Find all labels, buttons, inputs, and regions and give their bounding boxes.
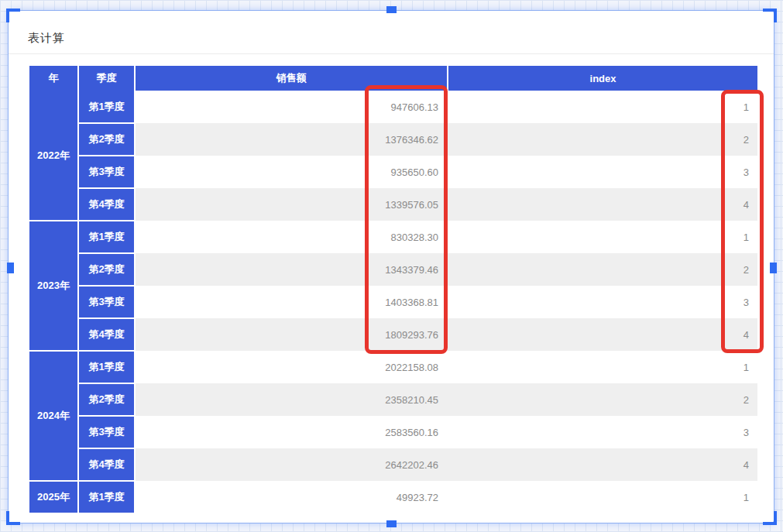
quarter-cell[interactable]: 第4季度 [78, 448, 135, 481]
quarter-cell[interactable]: 第3季度 [78, 156, 135, 188]
index-value-cell: 4 [448, 448, 757, 481]
widget-title: 表计算 [28, 31, 65, 46]
quarter-cell[interactable]: 第4季度 [78, 188, 135, 221]
sales-value-cell: 935650.60 [135, 156, 448, 188]
dashboard-canvas: 表计算 年 季度 销售额 index 2022年第1季度947606.131第2… [0, 0, 783, 532]
sales-value-cell: 830328.30 [135, 221, 448, 253]
index-value-cell: 3 [448, 156, 757, 188]
table-header-row: 年 季度 销售额 index [29, 66, 757, 91]
table-widget-card[interactable]: 表计算 年 季度 销售额 index 2022年第1季度947606.131第2… [8, 10, 774, 523]
table-row: 第4季度1339576.054 [29, 188, 757, 221]
quarter-cell[interactable]: 第4季度 [78, 318, 135, 351]
index-value-cell: 4 [448, 188, 757, 221]
index-value-cell: 2 [448, 123, 757, 156]
year-cell[interactable]: 2024年 [29, 351, 78, 481]
index-value-cell: 3 [448, 416, 757, 448]
sales-value-cell: 1809293.76 [135, 318, 448, 351]
header-year[interactable]: 年 [29, 66, 78, 91]
sales-value-cell: 49923.72 [135, 481, 448, 513]
index-value-cell: 1 [448, 351, 757, 383]
quarter-cell[interactable]: 第3季度 [78, 416, 135, 448]
table-row: 第4季度1809293.764 [29, 318, 757, 351]
table-row: 2024年第1季度2022158.081 [29, 351, 757, 383]
year-cell[interactable]: 2025年 [29, 481, 78, 513]
quarter-cell[interactable]: 第2季度 [78, 253, 135, 286]
table-row: 第2季度2358210.452 [29, 383, 757, 416]
table-row: 第4季度2642202.464 [29, 448, 757, 481]
sales-value-cell: 2583560.16 [135, 416, 448, 448]
header-sales[interactable]: 销售额 [135, 66, 448, 91]
resize-handle-bottom[interactable] [386, 520, 397, 527]
sales-value-cell: 2642202.46 [135, 448, 448, 481]
title-divider [9, 53, 774, 54]
table-row: 2022年第1季度947606.131 [29, 91, 757, 123]
index-value-cell: 3 [448, 286, 757, 318]
index-value-cell: 1 [448, 91, 757, 123]
table-row: 第3季度1403368.813 [29, 286, 757, 318]
resize-handle-left[interactable] [7, 263, 14, 273]
quarter-cell[interactable]: 第3季度 [78, 286, 135, 318]
table-row: 第3季度935650.603 [29, 156, 757, 188]
index-value-cell: 4 [448, 318, 757, 351]
year-cell[interactable]: 2023年 [29, 221, 78, 351]
table-row: 第2季度1343379.462 [29, 253, 757, 286]
quarter-cell[interactable]: 第1季度 [78, 481, 135, 513]
quarter-cell[interactable]: 第2季度 [78, 383, 135, 416]
sales-value-cell: 947606.13 [135, 91, 448, 123]
sales-value-cell: 2358210.45 [135, 383, 448, 416]
table-row: 2025年第1季度49923.721 [29, 481, 757, 513]
table-body: 2022年第1季度947606.131第2季度1376346.622第3季度93… [29, 91, 757, 513]
quarter-cell[interactable]: 第1季度 [78, 91, 135, 123]
quarter-cell[interactable]: 第1季度 [78, 221, 135, 253]
resize-handle-top[interactable] [386, 6, 397, 13]
index-value-cell: 2 [448, 383, 757, 416]
header-index[interactable]: index [448, 66, 757, 91]
table-row: 2023年第1季度830328.301 [29, 221, 757, 253]
sales-value-cell: 1376346.62 [135, 123, 448, 156]
quarter-cell[interactable]: 第2季度 [78, 123, 135, 156]
header-quarter[interactable]: 季度 [78, 66, 135, 91]
sales-value-cell: 1339576.05 [135, 188, 448, 221]
table-row: 第3季度2583560.163 [29, 416, 757, 448]
calculation-table: 年 季度 销售额 index 2022年第1季度947606.131第2季度13… [29, 66, 757, 514]
resize-handle-right[interactable] [770, 263, 777, 273]
sales-value-cell: 2022158.08 [135, 351, 448, 383]
index-value-cell: 1 [448, 221, 757, 253]
table-row: 第2季度1376346.622 [29, 123, 757, 156]
year-cell[interactable]: 2022年 [29, 91, 78, 221]
quarter-cell[interactable]: 第1季度 [78, 351, 135, 383]
index-value-cell: 2 [448, 253, 757, 286]
sales-value-cell: 1403368.81 [135, 286, 448, 318]
sales-value-cell: 1343379.46 [135, 253, 448, 286]
index-value-cell: 1 [448, 481, 757, 513]
